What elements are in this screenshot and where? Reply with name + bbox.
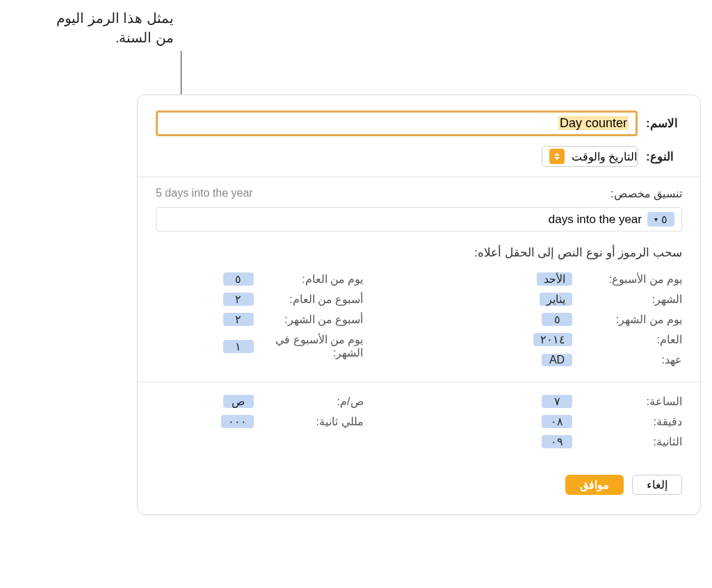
token-week-of-year[interactable]: ٢	[223, 293, 254, 306]
format-dialog: الاسم: Day counter النوع: التاريخ والوقت…	[137, 95, 701, 515]
token-year[interactable]: ٢٠١٤	[533, 333, 572, 346]
token-month[interactable]: يناير	[540, 293, 572, 306]
token-label: الساعة:	[578, 395, 682, 408]
time-tokens-right-col: الساعة:٧ دقيقة:٠٨ الثانية:٠٩	[433, 395, 683, 455]
time-tokens-left-col: ص/م:ص مللي ثانية:٠٠٠	[156, 395, 405, 455]
token-ampm[interactable]: ص	[223, 395, 254, 408]
token-label: دقيقة:	[578, 415, 682, 428]
token-minute[interactable]: ٠٨	[542, 415, 572, 428]
callout-text: يمثل هذا الرمز اليوم من السنة.	[35, 8, 174, 47]
drag-hint: سحب الرموز أو نوع النص إلى الحقل أعلاه:	[156, 245, 682, 260]
name-input-value: Day counter	[558, 116, 629, 130]
token-label: يوم من العام:	[259, 272, 364, 286]
custom-format-label: تنسيق مخصص:	[610, 187, 682, 200]
token-label: يوم من الأسبوع:	[578, 272, 682, 286]
format-preview: 5 days into the year	[156, 187, 253, 200]
token-day-of-week[interactable]: الأحد	[537, 272, 572, 286]
chevron-down-icon: ▾	[654, 215, 658, 223]
token-week-of-month[interactable]: ٢	[223, 313, 254, 326]
separator	[138, 177, 700, 177]
date-tokens-right-col: يوم من الأسبوع:الأحد الشهر:يناير يوم من …	[433, 272, 683, 373]
date-tokens-left-col: يوم من العام:٥ أسبوع من العام:٢ أسبوع من…	[156, 272, 405, 373]
token-label: العام:	[578, 333, 682, 346]
token-day-of-week-in-month[interactable]: ١	[223, 340, 254, 353]
type-select[interactable]: التاريخ والوقت	[542, 146, 638, 167]
token-label: أسبوع من الشهر:	[259, 313, 364, 326]
name-label: الاسم:	[646, 116, 682, 131]
type-label: النوع:	[646, 149, 682, 164]
stepper-icon	[549, 149, 565, 164]
format-token-day-of-year[interactable]: ٥ ▾	[647, 212, 674, 227]
name-input[interactable]: Day counter	[156, 111, 638, 136]
token-label: الشهر:	[578, 293, 682, 306]
token-label: مللي ثانية:	[259, 415, 364, 428]
cancel-button[interactable]: إلغاء	[632, 475, 682, 495]
token-second[interactable]: ٠٩	[542, 435, 572, 448]
format-text: days into the year	[549, 213, 642, 227]
type-select-value: التاريخ والوقت	[572, 150, 637, 163]
token-day-of-year[interactable]: ٥	[223, 272, 254, 286]
token-millisecond[interactable]: ٠٠٠	[221, 415, 254, 428]
token-label: يوم من الشهر:	[578, 313, 682, 326]
separator	[138, 382, 700, 382]
token-era[interactable]: AD	[542, 354, 572, 366]
token-hour[interactable]: ٧	[542, 395, 572, 408]
token-label: الثانية:	[578, 435, 682, 448]
token-label: أسبوع من العام:	[259, 293, 364, 306]
ok-button[interactable]: موافق	[565, 475, 624, 495]
token-label: يوم من الأسبوع في الشهر:	[259, 333, 364, 359]
token-day-of-month[interactable]: ٥	[542, 313, 572, 326]
token-label: عهد:	[578, 353, 682, 366]
token-label: ص/م:	[259, 395, 364, 408]
format-field[interactable]: ٥ ▾ days into the year	[156, 207, 682, 231]
